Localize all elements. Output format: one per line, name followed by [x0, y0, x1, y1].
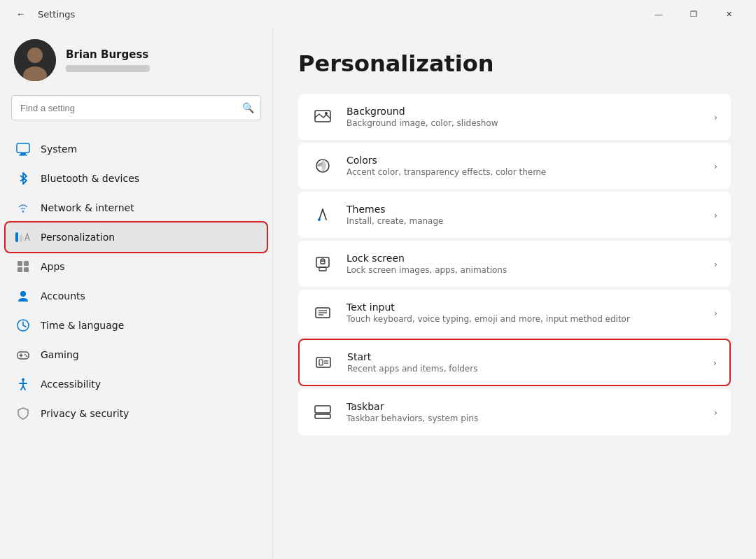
nav-list: System Bluetooth & devices: [0, 132, 272, 559]
sidebar-item-personalization[interactable]: Personalization: [6, 222, 267, 252]
user-section: Brian Burgess: [0, 28, 272, 95]
start-name: Start: [347, 351, 701, 362]
sidebar-item-apps[interactable]: Apps: [6, 252, 267, 281]
svg-rect-10: [18, 267, 22, 272]
svg-rect-43: [315, 414, 330, 418]
sidebar-item-accessibility[interactable]: Accessibility: [6, 369, 267, 399]
svg-rect-44: [315, 406, 330, 413]
lockscreen-name: Lock screen: [346, 253, 701, 264]
personalization-icon: [15, 229, 31, 245]
textinput-chevron: ›: [714, 308, 718, 318]
start-desc: Recent apps and items, folders: [347, 364, 701, 374]
sidebar-item-gaming[interactable]: Gaming: [6, 340, 267, 369]
sidebar-item-privacy-label: Privacy & security: [41, 408, 129, 419]
lockscreen-chevron: ›: [714, 259, 718, 269]
network-icon: [15, 200, 31, 215]
sidebar-item-apps-label: Apps: [41, 261, 65, 272]
setting-item-textinput[interactable]: Text input Touch keyboard, voice typing,…: [298, 290, 731, 336]
close-button[interactable]: ✕: [713, 3, 745, 24]
sidebar-item-privacy[interactable]: Privacy & security: [6, 399, 267, 428]
setting-item-themes[interactable]: Themes Install, create, manage ›: [298, 192, 731, 238]
main-content: Brian Burgess 🔍 System Bluetooth & de: [0, 28, 756, 559]
svg-point-31: [318, 218, 321, 221]
start-chevron: ›: [713, 358, 717, 368]
svg-point-19: [24, 354, 26, 355]
minimize-button[interactable]: —: [643, 3, 675, 24]
right-panel: Personalization Background Background im…: [273, 28, 756, 559]
privacy-icon: [15, 406, 31, 421]
svg-line-30: [323, 209, 326, 220]
lockscreen-desc: Lock screen images, apps, animations: [346, 265, 701, 275]
page-title: Personalization: [298, 50, 731, 77]
sidebar-item-accessibility-label: Accessibility: [41, 378, 101, 390]
colors-text: Colors Accent color, transparency effect…: [346, 155, 701, 177]
back-button[interactable]: ←: [11, 4, 31, 24]
colors-desc: Accent color, transparency effects, colo…: [346, 167, 701, 177]
sidebar: Brian Burgess 🔍 System Bluetooth & de: [0, 28, 273, 559]
taskbar-desc: Taskbar behaviors, system pins: [346, 413, 701, 423]
svg-point-6: [22, 211, 24, 212]
themes-chevron: ›: [714, 210, 718, 220]
colors-icon: [312, 155, 334, 177]
sidebar-item-time[interactable]: Time & language: [6, 311, 267, 340]
apps-icon: [15, 259, 31, 274]
svg-rect-11: [24, 267, 29, 272]
svg-point-1: [27, 48, 43, 63]
svg-point-21: [22, 378, 24, 381]
svg-point-12: [20, 291, 26, 297]
svg-line-15: [23, 325, 26, 327]
sidebar-item-system[interactable]: System: [6, 134, 267, 164]
title-bar: ← Settings — ❐ ✕: [0, 0, 756, 28]
setting-item-colors[interactable]: Colors Accent color, transparency effect…: [298, 143, 731, 189]
svg-rect-34: [321, 261, 325, 264]
user-name: Brian Burgess: [66, 48, 150, 61]
textinput-text: Text input Touch keyboard, voice typing,…: [346, 302, 701, 324]
settings-list: Background Background image, color, slid…: [298, 94, 731, 435]
sidebar-item-network-label: Network & internet: [41, 202, 134, 213]
svg-rect-39: [316, 358, 330, 367]
svg-point-20: [26, 355, 27, 357]
taskbar-name: Taskbar: [346, 401, 701, 412]
search-input[interactable]: [11, 95, 261, 120]
svg-rect-9: [24, 261, 29, 266]
sidebar-item-network[interactable]: Network & internet: [6, 193, 267, 222]
setting-item-taskbar[interactable]: Taskbar Taskbar behaviors, system pins ›: [298, 389, 731, 435]
start-icon: [312, 351, 335, 374]
system-icon: [15, 141, 31, 157]
background-name: Background: [346, 106, 701, 117]
window-controls: — ❐ ✕: [643, 3, 745, 24]
textinput-desc: Touch keyboard, voice typing, emoji and …: [346, 314, 701, 324]
sidebar-item-bluetooth[interactable]: Bluetooth & devices: [6, 164, 267, 193]
svg-line-25: [23, 386, 25, 390]
sidebar-item-gaming-label: Gaming: [41, 349, 79, 360]
themes-icon: [312, 204, 334, 226]
user-info: Brian Burgess: [66, 48, 150, 72]
setting-item-lockscreen[interactable]: Lock screen Lock screen images, apps, an…: [298, 241, 731, 287]
sidebar-item-time-label: Time & language: [41, 320, 124, 331]
themes-desc: Install, create, manage: [346, 216, 701, 226]
avatar: [14, 39, 56, 81]
taskbar-chevron: ›: [714, 407, 718, 418]
background-icon: [312, 106, 334, 128]
bluetooth-icon: [15, 171, 31, 186]
colors-name: Colors: [346, 155, 701, 166]
setting-item-start[interactable]: Start Recent apps and items, folders ›: [298, 339, 731, 386]
textinput-name: Text input: [346, 302, 701, 313]
svg-line-29: [319, 209, 323, 220]
title-bar-left: ← Settings: [11, 4, 634, 24]
app-title: Settings: [38, 9, 75, 20]
sidebar-item-accounts[interactable]: Accounts: [6, 281, 267, 311]
svg-rect-3: [17, 143, 29, 153]
svg-rect-8: [18, 261, 22, 266]
taskbar-text: Taskbar Taskbar behaviors, system pins: [346, 401, 701, 423]
search-icon: 🔍: [242, 102, 254, 113]
svg-rect-4: [20, 153, 26, 155]
maximize-button[interactable]: ❐: [678, 3, 710, 24]
setting-item-background[interactable]: Background Background image, color, slid…: [298, 94, 731, 140]
user-subtitle: [66, 65, 150, 72]
start-text: Start Recent apps and items, folders: [347, 351, 701, 374]
lockscreen-text: Lock screen Lock screen images, apps, an…: [346, 253, 701, 275]
svg-rect-5: [19, 155, 27, 156]
accounts-icon: [15, 288, 31, 304]
gaming-icon: [15, 347, 31, 362]
